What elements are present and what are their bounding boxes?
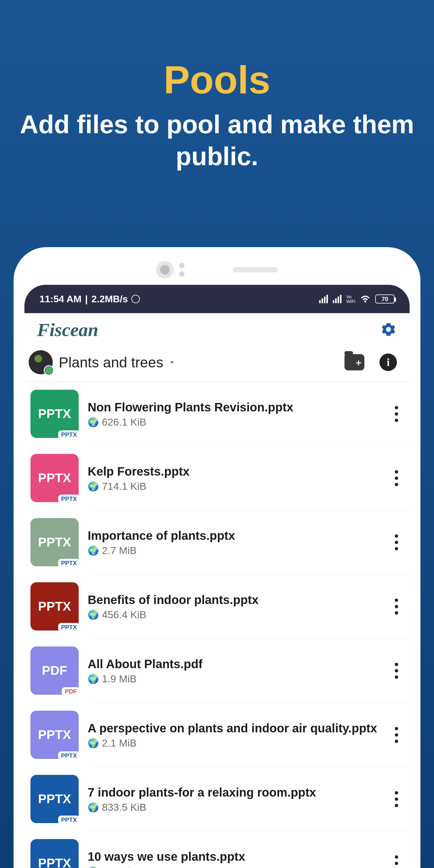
file-meta: 🌍1.9 MiB (88, 673, 380, 685)
battery-icon: 70 (375, 294, 395, 304)
file-size: 626.1 KiB (102, 416, 146, 428)
file-name: 10 ways we use plants.pptx (88, 849, 380, 864)
info-button[interactable]: i (379, 353, 397, 371)
globe-icon: 🌍 (88, 802, 99, 812)
file-size: 833.5 KiB (102, 801, 146, 813)
pool-name-label: Plants and trees (59, 354, 163, 371)
file-item[interactable]: PPTXPPTX7 indoor plants-for a relaxing r… (24, 767, 410, 831)
file-type-badge: PDF (62, 687, 80, 696)
camera-icon (156, 261, 174, 278)
file-name: All About Plants.pdf (88, 657, 380, 671)
file-item[interactable]: PPTXPPTX10 ways we use plants.pptx🌍1.8 M… (24, 831, 410, 868)
phone-notch (24, 261, 410, 279)
file-type-badge: PPTX (58, 430, 80, 439)
pptx-file-icon: PPTXPPTX (30, 518, 79, 566)
pool-avatar[interactable] (29, 350, 53, 374)
pool-dropdown[interactable]: Plants and trees (59, 354, 338, 371)
file-size: 2.1 MiB (102, 737, 136, 749)
file-name: A perspective on plants and indoor air q… (88, 721, 380, 735)
speaker-grill (233, 267, 278, 273)
more-options-button[interactable] (389, 852, 404, 868)
more-options-button[interactable] (389, 403, 404, 425)
file-name: Non Flowering Plants Revision.pptx (88, 400, 380, 414)
file-meta: 🌍1.8 MiB (88, 866, 380, 868)
file-size: 1.9 MiB (102, 673, 136, 685)
status-time: 11:54 AM (39, 293, 82, 305)
globe-icon: 🌍 (88, 417, 99, 427)
phone-frame: 11:54 AM | 2.2MB/s VoWiFi 70 Fiscean (13, 247, 421, 868)
file-item[interactable]: PPTXPPTXKelp Forests.pptx🌍714.1 KiB (24, 446, 410, 510)
file-list[interactable]: PPTXPPTXNon Flowering Plants Revision.pp… (24, 382, 410, 868)
wifi-icon (360, 295, 370, 303)
globe-icon: 🌍 (88, 738, 99, 748)
pool-selector-row: Plants and trees i (24, 346, 410, 382)
file-size: 456.4 KiB (102, 609, 146, 621)
globe-icon: 🌍 (88, 674, 99, 684)
file-size: 2.7 MiB (102, 545, 136, 556)
file-size: 714.1 KiB (102, 480, 146, 492)
status-bar: 11:54 AM | 2.2MB/s VoWiFi 70 (24, 285, 410, 313)
globe-icon: 🌍 (88, 610, 99, 620)
brand-logo: Fiscean (37, 319, 98, 341)
globe-icon: 🌍 (88, 481, 99, 492)
file-name: Kelp Forests.pptx (88, 464, 380, 478)
more-options-button[interactable] (389, 595, 404, 618)
file-meta: 🌍2.1 MiB (88, 737, 380, 749)
more-options-button[interactable] (389, 788, 404, 810)
more-options-button[interactable] (389, 724, 404, 746)
file-size: 1.8 MiB (102, 866, 136, 868)
pptx-file-icon: PPTXPPTX (30, 711, 79, 759)
file-item[interactable]: PPTXPPTXNon Flowering Plants Revision.pp… (24, 382, 410, 446)
file-item[interactable]: PPTXPPTXA perspective on plants and indo… (24, 703, 410, 767)
file-item[interactable]: PDFPDFAll About Plants.pdf🌍1.9 MiB (24, 639, 410, 703)
file-meta: 🌍456.4 KiB (88, 609, 380, 621)
pptx-file-icon: PPTXPPTX (30, 390, 79, 438)
pptx-file-icon: PPTXPPTX (30, 582, 79, 630)
file-meta: 🌍833.5 KiB (88, 801, 380, 813)
vowifi-icon: VoWiFi (346, 294, 355, 304)
signal-icon-2 (333, 295, 341, 303)
file-type-badge: PPTX (58, 751, 80, 760)
status-divider: | (85, 293, 88, 305)
file-meta: 🌍2.7 MiB (88, 545, 380, 556)
file-type-badge: PPTX (58, 623, 80, 632)
promo-title: Pools (0, 60, 434, 99)
file-item[interactable]: PPTXPPTXImportance of plants.pptx🌍2.7 Mi… (24, 510, 410, 574)
more-options-button[interactable] (389, 660, 404, 682)
alarm-icon (131, 295, 140, 303)
promo-subtitle: Add files to pool and make them public. (0, 108, 434, 173)
more-options-button[interactable] (389, 467, 404, 489)
pptx-file-icon: PPTXPPTX (30, 839, 79, 868)
pdf-file-icon: PDFPDF (30, 647, 79, 695)
file-type-badge: PPTX (58, 559, 80, 567)
promo-header: Pools Add files to pool and make them pu… (0, 0, 434, 173)
file-meta: 🌍626.1 KiB (88, 416, 380, 428)
file-type-badge: PPTX (58, 815, 80, 824)
file-name: Benefits of indoor plants.pptx (88, 592, 380, 607)
pptx-file-icon: PPTXPPTX (30, 775, 79, 823)
file-name: Importance of plants.pptx (88, 528, 380, 543)
gear-icon (380, 321, 397, 338)
settings-button[interactable] (380, 321, 397, 339)
globe-icon: 🌍 (88, 866, 99, 868)
more-options-button[interactable] (389, 531, 404, 553)
file-name: 7 indoor plants-for a relaxing room.pptx (88, 785, 380, 800)
file-meta: 🌍714.1 KiB (88, 480, 380, 492)
chevron-down-icon (167, 358, 177, 367)
globe-icon: 🌍 (88, 545, 99, 556)
file-item[interactable]: PPTXPPTXBenefits of indoor plants.pptx🌍4… (24, 575, 410, 638)
signal-icon (319, 295, 328, 303)
app-header: Fiscean (24, 313, 410, 346)
file-type-badge: PPTX (58, 495, 80, 503)
add-folder-button[interactable] (344, 354, 364, 370)
pptx-file-icon: PPTXPPTX (30, 454, 79, 502)
status-speed: 2.2MB/s (91, 293, 128, 305)
